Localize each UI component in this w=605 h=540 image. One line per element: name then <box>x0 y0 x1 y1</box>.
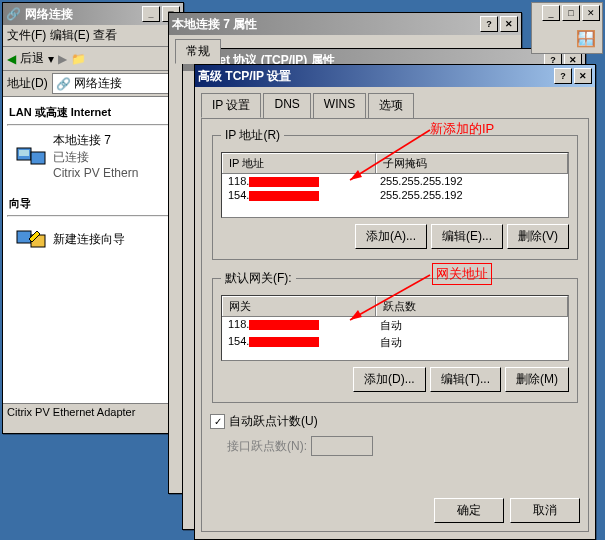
folder-icon: 🔗 <box>6 7 21 21</box>
tab-dns[interactable]: DNS <box>263 93 310 118</box>
minimize-button[interactable]: _ <box>142 6 160 22</box>
redacted <box>249 320 319 330</box>
conn-status: 已连接 <box>53 149 138 166</box>
redacted <box>249 191 319 201</box>
iface-metric-label: 接口跃点数(N): <box>227 438 307 455</box>
auto-metric-label: 自动跃点计数(U) <box>229 413 318 430</box>
redacted <box>249 337 319 347</box>
menubar[interactable]: 文件(F) 编辑(E) 查看 <box>3 25 183 47</box>
connection-item[interactable]: 本地连接 7 已连接 Citrix PV Ethern <box>7 130 179 182</box>
gw-row[interactable]: 118. 自动 <box>222 317 568 334</box>
gw-value: 118. <box>228 318 249 330</box>
windows-flag-icon: 🪟 <box>576 30 596 47</box>
gw-row[interactable]: 154. 自动 <box>222 334 568 351</box>
ip-row[interactable]: 154. 255.255.255.192 <box>222 188 568 202</box>
ip-value: 154. <box>228 189 249 201</box>
mask-value: 255.255.255.192 <box>374 174 568 188</box>
ok-button[interactable]: 确定 <box>434 498 504 523</box>
title-text: 本地连接 7 属性 <box>172 16 257 33</box>
edit-gw-button[interactable]: 编辑(T)... <box>430 367 501 392</box>
toolbar: ◀ 后退 ▾ ▶ 📁 <box>3 47 183 71</box>
edit-ip-button[interactable]: 编辑(E)... <box>431 224 503 249</box>
addr-value: 网络连接 <box>74 75 122 92</box>
minimize-button[interactable]: _ <box>542 5 560 21</box>
svg-rect-2 <box>19 150 29 156</box>
gw-value: 154. <box>228 335 249 347</box>
add-ip-button[interactable]: 添加(A)... <box>355 224 427 249</box>
ip-listview[interactable]: IP 地址 子网掩码 118. 255.255.255.192 154. 255… <box>221 152 569 218</box>
dropdown-icon[interactable]: ▾ <box>48 52 54 66</box>
up-icon[interactable]: 📁 <box>71 52 86 66</box>
close-button[interactable]: ✕ <box>574 68 592 84</box>
maximize-button[interactable]: □ <box>562 5 580 21</box>
connection-icon <box>15 140 47 172</box>
auto-metric-row: ✓ 自动跃点计数(U) <box>210 413 580 430</box>
tab-wins[interactable]: WINS <box>313 93 366 118</box>
wizard-item[interactable]: 新建连接向导 <box>7 221 179 257</box>
gateways-group: 默认网关(F): 网关 跃点数 118. 自动 154. 自动 添加(D)...… <box>212 270 578 403</box>
delete-ip-button[interactable]: 删除(V) <box>507 224 569 249</box>
col-gateway[interactable]: 网关 <box>222 296 376 316</box>
address-bar: 地址(D) 🔗 网络连接 <box>3 71 183 97</box>
back-icon[interactable]: ◀ <box>7 52 16 66</box>
ip-value: 118. <box>228 175 249 187</box>
col-mask[interactable]: 子网掩码 <box>376 153 568 173</box>
titlebar[interactable]: 本地连接 7 属性 ? ✕ <box>169 13 521 35</box>
forward-icon: ▶ <box>58 52 67 66</box>
network-connections-window: 🔗网络连接 _ □ 文件(F) 编辑(E) 查看 ◀ 后退 ▾ ▶ 📁 地址(D… <box>2 2 184 434</box>
help-button[interactable]: ? <box>480 16 498 32</box>
group-legend: 默认网关(F): <box>221 270 296 287</box>
tab-ip-settings[interactable]: IP 设置 <box>201 93 261 118</box>
content-area: LAN 或高速 Internet 本地连接 7 已连接 Citrix PV Et… <box>3 97 183 403</box>
iface-metric-input <box>311 436 373 456</box>
background-window-fragment: _ □ ✕ 🪟 <box>531 2 603 54</box>
ip-row[interactable]: 118. 255.255.255.192 <box>222 174 568 188</box>
titlebar[interactable]: 高级 TCP/IP 设置 ? ✕ <box>195 65 595 87</box>
tab-panel: IP 地址(R) IP 地址 子网掩码 118. 255.255.255.192… <box>201 118 589 532</box>
addr-input[interactable]: 🔗 网络连接 <box>52 73 179 94</box>
wizard-icon <box>15 223 47 255</box>
network-icon: 🔗 <box>56 77 71 91</box>
conn-name: 本地连接 7 <box>53 132 138 149</box>
col-metric[interactable]: 跃点数 <box>376 296 568 316</box>
ip-addresses-group: IP 地址(R) IP 地址 子网掩码 118. 255.255.255.192… <box>212 127 578 260</box>
svg-rect-3 <box>17 231 31 243</box>
mask-value: 255.255.255.192 <box>374 188 568 202</box>
gateway-listview[interactable]: 网关 跃点数 118. 自动 154. 自动 <box>221 295 569 361</box>
statusbar: Citrix PV Ethernet Adapter <box>3 403 183 420</box>
section-lan: LAN 或高速 Internet <box>7 101 179 124</box>
delete-gw-button[interactable]: 删除(M) <box>505 367 569 392</box>
tab-general[interactable]: 常规 <box>175 39 221 64</box>
title-text: 网络连接 <box>25 6 73 23</box>
metric-value: 自动 <box>374 317 568 334</box>
redacted <box>249 177 319 187</box>
cancel-button[interactable]: 取消 <box>510 498 580 523</box>
advanced-tcpip-window: 高级 TCP/IP 设置 ? ✕ IP 设置 DNS WINS 选项 IP 地址… <box>194 64 596 540</box>
group-legend: IP 地址(R) <box>221 127 284 144</box>
iface-metric-row: 接口跃点数(N): <box>210 436 580 456</box>
back-button[interactable]: 后退 <box>20 50 44 67</box>
titlebar[interactable]: 🔗网络连接 _ □ <box>3 3 183 25</box>
conn-device: Citrix PV Ethern <box>53 166 138 180</box>
col-ip[interactable]: IP 地址 <box>222 153 376 173</box>
menu-items[interactable]: 文件(F) 编辑(E) 查看 <box>7 28 117 42</box>
dialog-buttons: 确定 取消 <box>434 498 580 523</box>
addr-label: 地址(D) <box>7 75 48 92</box>
title-text: 高级 TCP/IP 设置 <box>198 68 291 85</box>
auto-metric-checkbox[interactable]: ✓ <box>210 414 225 429</box>
section-wizard: 向导 <box>7 192 179 215</box>
svg-rect-1 <box>31 152 45 164</box>
help-button[interactable]: ? <box>554 68 572 84</box>
close-button[interactable]: ✕ <box>500 16 518 32</box>
metric-value: 自动 <box>374 334 568 351</box>
wizard-label: 新建连接向导 <box>53 231 125 248</box>
close-button[interactable]: ✕ <box>582 5 600 21</box>
add-gw-button[interactable]: 添加(D)... <box>353 367 426 392</box>
tab-options[interactable]: 选项 <box>368 93 414 118</box>
